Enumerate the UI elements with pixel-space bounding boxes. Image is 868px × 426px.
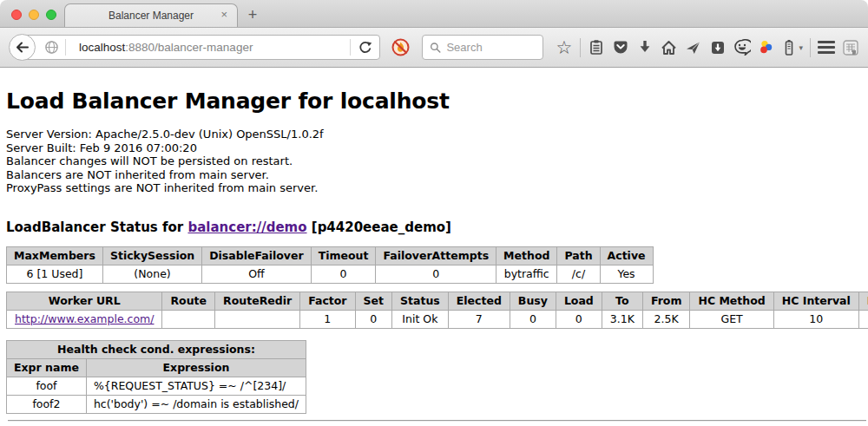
url-bar[interactable]: localhost:8880/balancer-manager: [23, 35, 380, 60]
cell-set: 0: [355, 310, 391, 328]
browser-tab[interactable]: Balancer Manager ×: [64, 3, 238, 27]
col-expression: Expression: [86, 358, 306, 377]
site-identity-globe-icon: [44, 40, 59, 55]
reload-button[interactable]: [357, 40, 374, 56]
downloads-button[interactable]: [636, 39, 654, 56]
window-controls: [11, 10, 56, 20]
new-tab-button[interactable]: +: [238, 3, 267, 27]
cell-hc-interval: 10: [773, 310, 858, 328]
home-button[interactable]: [661, 40, 678, 56]
pocket-button[interactable]: [612, 39, 629, 56]
toolbar-divider: [580, 38, 581, 57]
col-load: Load: [556, 292, 602, 310]
cell-path: /c/: [557, 265, 600, 283]
cell-to: 3.1K: [602, 310, 642, 328]
box-download-icon: [710, 40, 726, 56]
col-active: Active: [600, 246, 653, 265]
cell-expression: %{REQUEST_STATUS} =~ /^[234]/: [86, 377, 306, 395]
proxypass-notice-line: ProxyPass settings are NOT inherited fro…: [6, 181, 868, 195]
cell-worker-url: http://www.example.com/: [7, 310, 162, 328]
cell-expr-name: foof2: [7, 395, 87, 413]
cell-elected: 7: [448, 310, 510, 328]
page-bottom-rule: [8, 420, 866, 421]
urlbar-divider: [350, 39, 351, 56]
server-built-line: Server Built: Feb 9 2016 07:00:20: [6, 141, 868, 155]
table-row: foof %{REQUEST_STATUS} =~ /^[234]/: [7, 377, 306, 395]
status-suffix: [p4420eeae_demo]: [312, 220, 451, 235]
cell-from: 2.5K: [642, 310, 690, 328]
video-download-button[interactable]: [709, 40, 727, 56]
clipboard-icon: [589, 39, 604, 56]
minimize-window-button[interactable]: [29, 10, 39, 20]
url-host: localhost: [79, 41, 125, 54]
cell-timeout: 0: [311, 265, 376, 283]
col-passes: Passes: [858, 292, 868, 310]
balancer-demo-link[interactable]: balancer://demo: [187, 220, 306, 235]
cell-passes: 1 (0): [858, 310, 868, 328]
balancer-settings-table: MaxMembers StickySession DisableFailover…: [6, 246, 654, 284]
table-header-row: Expr name Expression: [7, 358, 306, 377]
battery-status-button[interactable]: ▾: [782, 39, 804, 56]
tab-bar: Balancer Manager × +: [0, 0, 868, 28]
cell-route: [162, 310, 215, 328]
col-factor: Factor: [300, 292, 355, 310]
url-path: :8880/balancer-manager: [125, 41, 253, 54]
cell-disablefailover: Off: [202, 265, 311, 283]
bookmark-star-icon[interactable]: ☆: [556, 39, 573, 56]
server-version-line: Server Version: Apache/2.5.0-dev (Unix) …: [6, 128, 868, 141]
cell-failoverattempts: 0: [376, 265, 496, 283]
col-worker-url: Worker URL: [7, 292, 162, 310]
dropdown-caret-icon: ▾: [799, 43, 804, 52]
cell-stickysession: (None): [102, 265, 201, 283]
cell-hc-method: GET: [690, 310, 773, 328]
search-icon: [430, 41, 441, 55]
col-elected: Elected: [448, 292, 510, 310]
zoom-window-button[interactable]: [46, 10, 56, 20]
tab-close-icon[interactable]: ×: [220, 9, 227, 20]
cell-maxmembers: 6 [1 Used]: [7, 265, 103, 283]
search-bar[interactable]: [422, 35, 543, 60]
cell-expression: hc('body') =~ /domain is established/: [86, 395, 306, 413]
table-row: http://www.example.com/ 1 0 Init Ok 7 0 …: [7, 310, 868, 328]
cell-load: 0: [556, 310, 602, 328]
content-blocker-button[interactable]: [391, 37, 411, 57]
reading-list-button[interactable]: [588, 39, 605, 56]
battery-icon: [782, 39, 796, 56]
tab-title: Balancer Manager: [108, 10, 194, 22]
back-arrow-icon: [15, 40, 30, 55]
table-header-row: Worker URL Route RouteRedir Factor Set S…: [7, 292, 868, 310]
cell-method: bytraffic: [496, 265, 557, 283]
menu-button[interactable]: [818, 41, 835, 54]
worker-status-table: Worker URL Route RouteRedir Factor Set S…: [6, 292, 868, 329]
feedback-button[interactable]: [733, 39, 751, 56]
col-expr-name: Expr name: [7, 358, 87, 377]
cell-expr-name: foof: [7, 377, 87, 395]
grid-icon: [842, 39, 859, 56]
balancer-status-heading: LoadBalancer Status for balancer://demo …: [6, 220, 868, 235]
url-text[interactable]: localhost:8880/balancer-manager: [79, 41, 344, 54]
health-table-title: Health check cond. expressions:: [7, 340, 306, 358]
col-routeredir: RouteRedir: [215, 292, 300, 310]
home-icon: [661, 40, 677, 56]
health-check-table: Health check cond. expressions: Expr nam…: [6, 340, 306, 414]
col-route: Route: [162, 292, 215, 310]
col-to: To: [602, 292, 642, 310]
search-input[interactable]: [446, 41, 536, 54]
browser-window: Balancer Manager × + localhost:8880/bala…: [0, 0, 868, 426]
smiley-icon: [733, 39, 751, 56]
close-window-button[interactable]: [11, 10, 22, 20]
extension-button[interactable]: [758, 39, 775, 56]
worker-url-link[interactable]: http://www.example.com/: [15, 312, 154, 325]
page-title: Load Balancer Manager for localhost: [6, 88, 868, 114]
back-button[interactable]: [9, 34, 36, 61]
urlbar-divider: [65, 39, 66, 56]
tab-overview-button[interactable]: [842, 39, 859, 56]
paper-plane-icon: [685, 40, 701, 56]
table-row: foof2 hc('body') =~ /domain is establish…: [7, 395, 306, 413]
toolbar-icons: ☆: [556, 38, 859, 57]
col-failoverattempts: FailoverAttempts: [376, 246, 496, 265]
server-info: Server Version: Apache/2.5.0-dev (Unix) …: [6, 128, 868, 195]
cell-factor: 1: [300, 310, 355, 328]
send-tab-button[interactable]: [685, 40, 702, 56]
col-timeout: Timeout: [311, 246, 376, 265]
